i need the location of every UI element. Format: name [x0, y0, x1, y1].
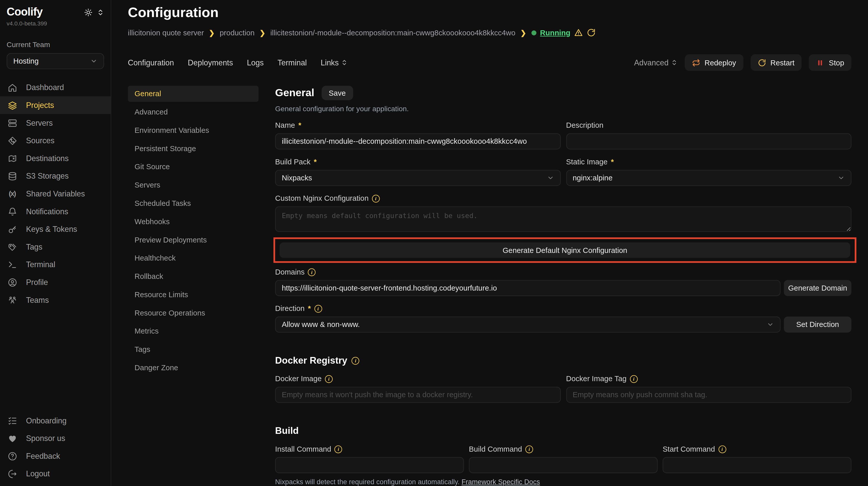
breadcrumb-application[interactable]: illicitestonion/-module--decomposition:m…: [270, 29, 516, 37]
sidebar-item-label: Onboarding: [26, 416, 66, 425]
sidebar-item-shared-variables[interactable]: (x) Shared Variables: [0, 185, 111, 202]
name-input[interactable]: [275, 133, 560, 149]
config-nav-persistent-storage[interactable]: Persistent Storage: [128, 140, 258, 157]
sidebar-item-destinations[interactable]: Destinations: [0, 149, 111, 167]
info-icon[interactable]: i: [718, 445, 726, 453]
config-nav-servers[interactable]: Servers: [128, 177, 258, 193]
tab-configuration[interactable]: Configuration: [128, 58, 174, 67]
info-icon[interactable]: i: [335, 445, 342, 453]
build-pack-select[interactable]: Nixpacks: [275, 170, 560, 186]
sidebar-item-label: Terminal: [26, 260, 55, 269]
required-asterisk: *: [611, 158, 614, 166]
theme-select-chevrons-icon[interactable]: [97, 9, 104, 16]
home-icon: [7, 83, 17, 92]
sidebar-item-dashboard[interactable]: Dashboard: [0, 78, 111, 96]
sidebar-item-sponsor[interactable]: Sponsor us: [0, 429, 111, 447]
info-icon[interactable]: i: [372, 194, 379, 202]
docker-image-tag-input[interactable]: [566, 387, 851, 403]
config-nav-danger-zone[interactable]: Danger Zone: [128, 360, 258, 376]
config-nav-general[interactable]: General: [128, 86, 258, 102]
docker-registry-heading: Docker Registry: [275, 355, 347, 366]
config-nav-preview-deployments[interactable]: Preview Deployments: [128, 232, 258, 248]
direction-value: Allow www & non-www.: [282, 320, 360, 329]
domains-input[interactable]: [275, 280, 781, 296]
sidebar-item-tags[interactable]: Tags: [0, 238, 111, 256]
save-button[interactable]: Save: [321, 86, 353, 100]
config-nav-scheduled-tasks[interactable]: Scheduled Tasks: [128, 195, 258, 212]
map-icon: [7, 154, 17, 163]
sidebar-item-notifications[interactable]: Notifications: [0, 202, 111, 220]
nginx-config-textarea[interactable]: [275, 206, 851, 232]
config-nav-webhooks[interactable]: Webhooks: [128, 214, 258, 229]
config-nav-metrics[interactable]: Metrics: [128, 323, 258, 339]
config-nav-tags[interactable]: Tags: [128, 342, 258, 357]
sidebar-item-teams[interactable]: Teams: [0, 291, 111, 309]
breadcrumb-environment[interactable]: production: [220, 29, 254, 37]
info-icon[interactable]: i: [525, 445, 533, 453]
team-select[interactable]: Hosting: [7, 53, 104, 69]
current-team-label: Current Team: [7, 40, 104, 49]
docker-image-label: Docker Image: [275, 375, 322, 383]
docker-image-input[interactable]: [275, 387, 560, 403]
tab-terminal[interactable]: Terminal: [277, 58, 307, 67]
info-icon[interactable]: i: [352, 357, 360, 365]
redeploy-button[interactable]: Redeploy: [684, 54, 743, 71]
config-nav-resource-operations[interactable]: Resource Operations: [128, 305, 258, 321]
status-running-link[interactable]: Running: [540, 29, 570, 37]
sidebar-item-logout[interactable]: Logout: [0, 465, 111, 483]
install-command-label: Install Command: [275, 445, 331, 453]
info-icon[interactable]: i: [325, 375, 333, 383]
config-nav-environment-variables[interactable]: Environment Variables: [128, 122, 258, 138]
tab-logs[interactable]: Logs: [247, 58, 264, 67]
sidebar-item-onboarding[interactable]: Onboarding: [0, 412, 111, 429]
set-direction-button[interactable]: Set Direction: [784, 317, 851, 332]
info-icon[interactable]: i: [308, 268, 316, 276]
sidebar-item-sources[interactable]: Sources: [0, 132, 111, 150]
info-icon[interactable]: i: [314, 304, 322, 312]
sidebar-item-projects[interactable]: Projects: [0, 96, 111, 114]
advanced-label: Advanced: [634, 58, 669, 67]
info-icon[interactable]: i: [630, 375, 638, 383]
warning-triangle-icon[interactable]: [574, 28, 583, 37]
refresh-icon[interactable]: [587, 28, 596, 37]
start-command-input[interactable]: [662, 457, 851, 473]
brand-logo: Coolify: [7, 6, 42, 18]
config-nav-advanced[interactable]: Advanced: [128, 104, 258, 120]
sidebar-item-feedback[interactable]: Feedback: [0, 447, 111, 465]
generate-domain-button[interactable]: Generate Domain: [784, 280, 851, 296]
logout-icon: [7, 469, 17, 479]
app-version: v4.0.0-beta.399: [7, 20, 104, 27]
build-command-label: Build Command: [469, 445, 522, 453]
breadcrumb-project[interactable]: illicitonion quote server: [128, 29, 204, 37]
chevrons-up-down-icon: [671, 59, 677, 66]
sidebar-item-terminal[interactable]: Terminal: [0, 256, 111, 273]
tab-deployments[interactable]: Deployments: [188, 58, 233, 67]
tab-links[interactable]: Links: [321, 58, 348, 67]
name-label: Name: [275, 121, 295, 130]
config-nav-healthcheck[interactable]: Healthcheck: [128, 250, 258, 266]
chevron-down-icon: [837, 174, 845, 182]
parentheses-x-icon: (x): [7, 190, 17, 197]
framework-docs-link[interactable]: Framework Specific Docs: [462, 478, 540, 486]
theme-toggle-sun-icon[interactable]: [84, 8, 93, 17]
sidebar-item-keys-tokens[interactable]: Keys & Tokens: [0, 220, 111, 238]
advanced-dropdown[interactable]: Advanced: [634, 58, 677, 67]
sidebar-item-servers[interactable]: Servers: [0, 114, 111, 132]
config-nav-git-source[interactable]: Git Source: [128, 159, 258, 175]
stop-button[interactable]: Stop: [809, 54, 851, 71]
direction-select[interactable]: Allow www & non-www.: [275, 317, 781, 332]
static-image-select[interactable]: nginx:alpine: [566, 170, 851, 186]
restart-icon: [758, 58, 766, 67]
sidebar-item-s3-storages[interactable]: S3 Storages: [0, 167, 111, 185]
build-command-input[interactable]: [469, 457, 658, 473]
sidebar-item-profile[interactable]: Profile: [0, 273, 111, 291]
install-command-input[interactable]: [275, 457, 464, 473]
restart-button[interactable]: Restart: [750, 54, 802, 71]
description-input[interactable]: [566, 133, 851, 149]
config-nav-resource-limits[interactable]: Resource Limits: [128, 287, 258, 303]
git-source-icon: [7, 136, 17, 145]
chevron-right-icon: ❯: [209, 29, 215, 37]
generate-nginx-config-button[interactable]: Generate Default Nginx Configuration: [279, 242, 850, 258]
sidebar-item-label: Servers: [26, 118, 53, 127]
config-nav-rollback[interactable]: Rollback: [128, 268, 258, 285]
